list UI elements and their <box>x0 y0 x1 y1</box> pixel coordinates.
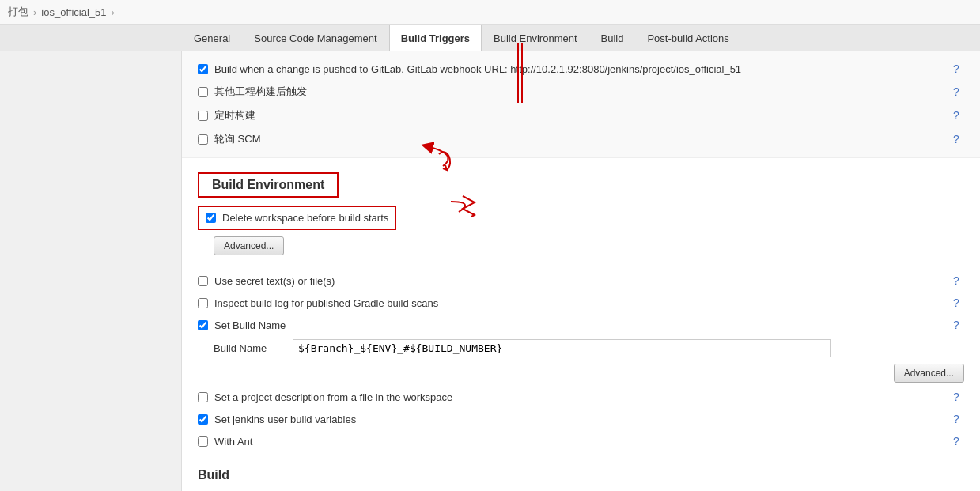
use-secret-row: Use secret text(s) or file(s) ? <box>182 270 980 292</box>
tabs-bar: General Source Code Management Build Tri… <box>0 25 980 51</box>
with-ant-row: With Ant ? <box>182 430 980 452</box>
inspect-gradle-help-icon[interactable]: ? <box>948 296 964 309</box>
poll-scm-checkbox[interactable] <box>198 134 208 145</box>
tab-post-build-actions[interactable]: Post-build Actions <box>635 25 740 51</box>
set-jenkins-user-label: Set jenkins user build variables <box>214 414 356 425</box>
tab-source-code-management[interactable]: Source Code Management <box>242 25 388 51</box>
set-project-desc-row: Set a project description from a file in… <box>182 386 980 408</box>
content-area: Build when a change is pushed to GitLab.… <box>182 51 980 491</box>
inspect-gradle-checkbox[interactable] <box>198 298 208 308</box>
breadcrumb-item-1[interactable]: 打包 <box>8 5 28 19</box>
timed-trigger-label: 定时构建 <box>214 108 255 123</box>
tab-build-triggers[interactable]: Build Triggers <box>389 25 482 51</box>
other-trigger-row: 其他工程构建后触发 ? <box>182 80 980 104</box>
gitlab-trigger-label: Build when a change is pushed to GitLab.… <box>214 63 741 75</box>
advanced-button-1[interactable]: Advanced... <box>214 236 284 255</box>
set-jenkins-user-row: Set jenkins user build variables ? <box>182 408 980 430</box>
breadcrumb-sep-1: › <box>33 6 36 18</box>
build-environment-header-container: Build Environment <box>182 158 980 206</box>
timed-trigger-checkbox[interactable] <box>198 111 208 121</box>
with-ant-checkbox[interactable] <box>198 436 208 447</box>
poll-scm-label: 轮询 SCM <box>214 132 261 146</box>
timed-trigger-row: 定时构建 ? <box>182 104 980 127</box>
inspect-gradle-label: Inspect build log for published Gradle b… <box>214 297 438 309</box>
set-jenkins-user-help-icon[interactable]: ? <box>948 413 964 425</box>
other-trigger-help-icon[interactable]: ? <box>948 85 964 98</box>
page-wrapper: 打包 › ios_official_51 › General Source Co… <box>0 0 980 491</box>
tab-general[interactable]: General <box>182 25 242 51</box>
gitlab-help-icon[interactable]: ? <box>948 62 964 75</box>
sidebar <box>0 51 182 491</box>
set-project-desc-help-icon[interactable]: ? <box>948 391 964 403</box>
delete-workspace-label: Delete workspace before build starts <box>222 212 388 224</box>
use-secret-help-icon[interactable]: ? <box>948 274 964 287</box>
delete-workspace-row: Delete workspace before build starts <box>198 206 396 230</box>
set-build-name-checkbox[interactable] <box>198 320 208 330</box>
with-ant-help-icon[interactable]: ? <box>948 435 964 448</box>
set-project-desc-label: Set a project description from a file in… <box>214 391 452 403</box>
use-secret-checkbox[interactable] <box>198 276 208 286</box>
advanced-btn-2-container: Advanced... <box>182 361 980 386</box>
other-trigger-checkbox[interactable] <box>198 87 208 97</box>
poll-scm-help-icon[interactable]: ? <box>948 133 964 145</box>
build-environment-title: Build Environment <box>198 172 339 198</box>
build-name-input[interactable] <box>293 339 831 357</box>
delete-workspace-checkbox[interactable] <box>206 213 216 223</box>
set-project-desc-checkbox[interactable] <box>198 392 208 402</box>
advanced-button-2[interactable]: Advanced... <box>894 364 964 383</box>
other-trigger-label: 其他工程构建后触发 <box>214 85 307 99</box>
breadcrumb: 打包 › ios_official_51 › <box>0 0 980 25</box>
breadcrumb-sep-2: › <box>112 6 115 18</box>
gitlab-trigger-checkbox[interactable] <box>198 64 208 74</box>
inspect-gradle-row: Inspect build log for published Gradle b… <box>182 292 980 314</box>
build-section-title: Build <box>182 460 980 487</box>
use-secret-label: Use secret text(s) or file(s) <box>214 275 335 287</box>
set-build-name-row: Set Build Name ? <box>182 314 980 336</box>
main-content: Build when a change is pushed to GitLab.… <box>0 51 980 491</box>
build-section-header-container: Build <box>182 452 980 489</box>
build-triggers-section: Build when a change is pushed to GitLab.… <box>182 51 980 158</box>
tab-build[interactable]: Build <box>589 25 636 51</box>
build-name-field-row: Build Name <box>182 336 980 361</box>
set-jenkins-user-checkbox[interactable] <box>198 414 208 425</box>
set-build-name-help-icon[interactable]: ? <box>948 319 964 331</box>
with-ant-label: With Ant <box>214 436 252 448</box>
gitlab-trigger-row: Build when a change is pushed to GitLab.… <box>182 58 980 80</box>
breadcrumb-item-2[interactable]: ios_official_51 <box>41 6 106 18</box>
timed-trigger-help-icon[interactable]: ? <box>948 109 964 122</box>
tab-build-environment[interactable]: Build Environment <box>482 25 589 51</box>
advanced-btn-container: Advanced... <box>182 236 980 263</box>
set-build-name-label: Set Build Name <box>214 319 286 331</box>
build-name-field-label: Build Name <box>214 342 293 354</box>
poll-scm-row: 轮询 SCM ? <box>182 127 980 151</box>
